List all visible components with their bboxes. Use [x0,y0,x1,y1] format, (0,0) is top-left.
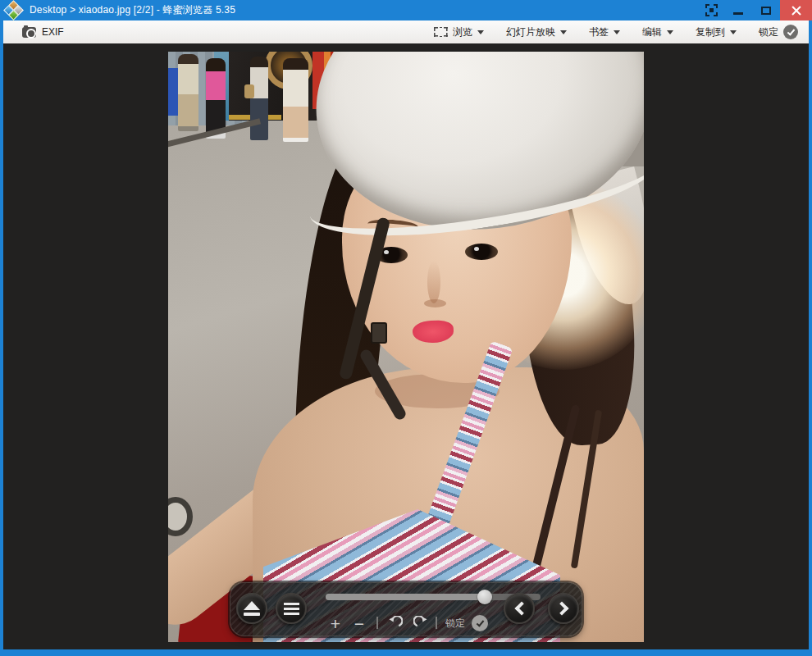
caret-down-icon [730,30,737,34]
eject-button[interactable] [236,593,267,624]
exif-button[interactable]: EXIF [3,26,64,38]
maximize-button[interactable] [752,0,780,20]
maximize-icon [761,7,771,15]
fullscreen-button[interactable] [698,0,724,20]
zoom-out-button[interactable]: − [351,613,367,634]
divider [376,617,378,629]
zoom-in-button[interactable]: + [327,613,344,634]
previous-image-button[interactable] [504,593,535,624]
caret-down-icon [667,30,673,34]
menu-slideshow[interactable]: 幻灯片放映 [506,25,567,39]
caret-down-icon [614,30,620,34]
window-title: Desktop > xiaodao.jpg [2/2] - 蜂蜜浏览器 5.35 [30,3,235,17]
close-button[interactable] [780,0,812,20]
close-icon [791,5,802,16]
rotate-right-icon [413,616,429,631]
slider-fill [326,594,485,600]
photo-strap-buckle [371,322,387,344]
photo-pedestrian [250,57,268,140]
photo-handbag [244,84,254,98]
toolbar-menus: 浏览 幻灯片放映 书签 编辑 复制到 锁定 [434,25,809,39]
frame-icon [434,27,448,37]
window-controls [698,0,812,20]
toolbar: EXIF 浏览 幻灯片放映 书签 编辑 复制到 锁定 [3,20,809,43]
caret-down-icon [560,30,567,34]
next-image-button[interactable] [548,593,579,624]
rotate-left-button[interactable] [385,613,404,634]
fullscreen-icon [705,4,718,16]
minimize-button[interactable] [724,0,752,20]
menu-edit-label: 编辑 [642,25,662,39]
slider-thumb[interactable] [477,590,492,604]
rotate-left-icon [387,616,403,631]
menu-edit[interactable]: 编辑 [642,25,673,39]
minimize-icon [733,12,743,15]
menu-bookmarks[interactable]: 书签 [589,25,620,39]
eject-icon-bar [244,613,260,616]
eject-icon [244,601,260,610]
menu-lines-icon [284,603,299,615]
menu-bookmarks-label: 书签 [589,25,609,39]
chevron-right-icon [554,602,568,616]
chevron-left-icon [514,602,528,616]
photo-eye [465,244,498,260]
menu-browse-label: 浏览 [453,25,472,39]
bar-lock-label: 锁定 [445,613,465,634]
check-circle-icon [783,25,798,39]
menu-button[interactable] [276,593,307,624]
camera-icon [22,27,36,38]
rotate-right-button[interactable] [412,613,430,634]
photo-xiaodao[interactable] [168,52,644,642]
menu-copy-to[interactable]: 复制到 [696,25,737,39]
divider [436,617,437,629]
menu-browse[interactable]: 浏览 [434,25,484,39]
photo-pedestrian [283,58,308,142]
caret-down-icon [477,30,484,34]
bar-lock-toggle[interactable] [472,615,488,631]
photo-nose-shadow [424,299,446,308]
check-icon [787,27,795,35]
app-logo-icon [6,2,22,19]
toolbar-lock-toggle[interactable]: 锁定 [759,25,798,39]
exif-label: EXIF [42,26,64,38]
photo-pedestrian [178,54,198,131]
toolbar-lock-label: 锁定 [759,25,778,39]
menu-slideshow-label: 幻灯片放映 [506,25,555,39]
check-icon [476,618,484,626]
photo-nose [427,261,440,303]
image-canvas: + − 锁定 [3,43,809,649]
viewer-control-bar: + − 锁定 [230,582,582,636]
titlebar: Desktop > xiaodao.jpg [2/2] - 蜂蜜浏览器 5.35 [0,0,812,20]
photo-pedestrian [206,58,226,139]
menu-copy-to-label: 复制到 [696,25,725,39]
